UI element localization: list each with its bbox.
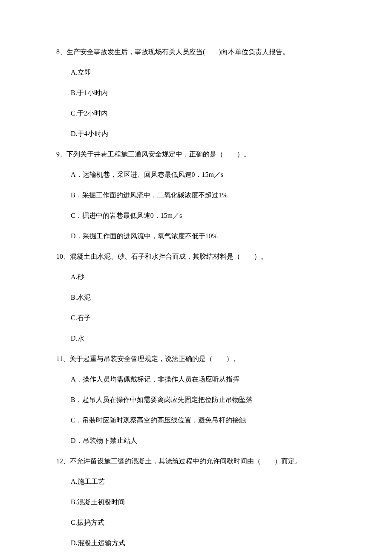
option-a: A.砂 [71, 272, 342, 282]
question-9: 9、下列关于井巷工程施工通风安全规定中，正确的是（ ）。 A．运输机巷，采区进、… [56, 149, 342, 241]
question-12: 12、不允许留设施工缝的混凝土，其浇筑过程中的允许间歇时间由（ ）而定。 A.施… [56, 456, 342, 548]
question-text: 8、生产安全事故发生后，事故现场有关人员应当( )向本单位负责人报告。 [56, 47, 342, 57]
option-b: B．起吊人员在操作中如需要离岗应先固定把位防止吊物坠落 [71, 395, 342, 405]
question-number: 10、 [56, 253, 70, 260]
question-8: 8、生产安全事故发生后，事故现场有关人员应当( )向本单位负责人报告。 A.立即… [56, 47, 342, 139]
option-d: D.于4小时内 [71, 129, 342, 139]
question-number: 9、 [56, 150, 66, 158]
question-stem: 生产安全事故发生后，事故现场有关人员应当( )向本单位负责人报告。 [66, 48, 289, 55]
question-stem: 不允许留设施工缝的混凝土，其浇筑过程中的允许间歇时间由（ ）而定。 [70, 457, 302, 465]
question-stem: 混凝土由水泥、砂、石子和水拌合而成，其胶结材料是（ ）。 [70, 253, 268, 260]
option-d: D．采掘工作面的进风流中，氧气浓度不低于10% [71, 231, 342, 241]
question-number: 8、 [56, 48, 66, 55]
option-a: A．操作人员均需佩戴标记，非操作人员在场应听从指挥 [71, 374, 342, 384]
option-c: C．吊装时应随时观察高空的高压线位置，避免吊杆的接触 [71, 415, 342, 425]
question-11: 11、关于起重与吊装安全管理规定，说法正确的是（ ）。 A．操作人员均需佩戴标记… [56, 354, 342, 446]
question-stem: 关于起重与吊装安全管理规定，说法正确的是（ ）。 [69, 355, 240, 362]
question-text: 10、混凝土由水泥、砂、石子和水拌合而成，其胶结材料是（ ）。 [56, 251, 342, 262]
option-d: D．吊装物下禁止站人 [71, 436, 342, 446]
option-b: B.水泥 [71, 292, 342, 303]
option-a: A.施工工艺 [71, 477, 342, 487]
question-number: 11、 [56, 355, 69, 362]
option-c: C.于2小时内 [71, 108, 342, 119]
option-c: C.振捣方式 [71, 517, 342, 528]
question-number: 12、 [56, 457, 70, 465]
option-a: A．运输机巷，采区进、回风巷最低风速0．15m／s [71, 170, 342, 180]
option-c: C.石子 [71, 313, 342, 323]
option-d: D.混凝土运输方式 [71, 538, 342, 548]
option-b: B.混凝土初凝时间 [71, 497, 342, 507]
option-c: C．掘进中的岩巷最低风速0．15m／s [71, 211, 342, 221]
question-stem: 下列关于井巷工程施工通风安全规定中，正确的是（ ）。 [66, 150, 251, 158]
option-d: D.水 [71, 333, 342, 344]
option-b: B．采掘工作面的进风流中，二氧化碳浓度不超过1% [71, 190, 342, 200]
option-b: B.于1小时内 [71, 88, 342, 98]
question-text: 9、下列关于井巷工程施工通风安全规定中，正确的是（ ）。 [56, 149, 342, 159]
option-a: A.立即 [71, 67, 342, 78]
question-text: 12、不允许留设施工缝的混凝土，其浇筑过程中的允许间歇时间由（ ）而定。 [56, 456, 342, 466]
question-text: 11、关于起重与吊装安全管理规定，说法正确的是（ ）。 [56, 354, 342, 364]
question-10: 10、混凝土由水泥、砂、石子和水拌合而成，其胶结材料是（ ）。 A.砂 B.水泥… [56, 251, 342, 344]
